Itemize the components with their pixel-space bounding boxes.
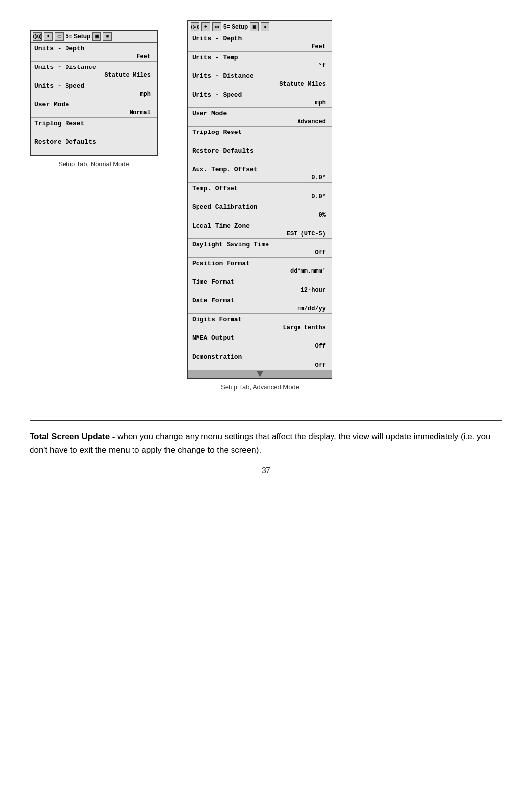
adv-time-format-label: Time Format xyxy=(192,278,328,286)
units-depth-item[interactable]: Units - Depth Feet xyxy=(31,43,157,62)
units-distance-item[interactable]: Units - Distance Statute Miles xyxy=(31,62,157,80)
audio-icon[interactable]: ((a)) xyxy=(33,32,42,41)
adv-triplog-reset-label: Triplog Reset xyxy=(192,129,328,136)
adv-speed-calibration-value: 0% xyxy=(192,212,328,219)
adv-date-format-value: mm/dd/yy xyxy=(192,305,328,312)
adv-units-speed-label: Units - Speed xyxy=(192,91,328,99)
map-icon-adv[interactable]: ▭ xyxy=(212,22,221,31)
screen-title: 5= Setup xyxy=(66,33,90,40)
adv-temp-offset-value: 0.0° xyxy=(192,193,328,200)
photo-icon[interactable]: ▣ xyxy=(92,32,101,41)
adv-time-format-value: 12-hour xyxy=(192,287,328,294)
adv-demonstration-item[interactable]: Demonstration Off xyxy=(188,351,332,370)
adv-position-format-item[interactable]: Position Format dd°mm.mmm' xyxy=(188,258,332,276)
user-mode-value: Normal xyxy=(34,109,153,116)
adv-local-time-zone-label: Local Time Zone xyxy=(192,222,328,230)
adv-digits-format-value: Large tenths xyxy=(192,324,328,331)
units-depth-value: Feet xyxy=(34,53,153,60)
units-speed-value: mph xyxy=(34,91,153,98)
adv-units-depth-label: Units - Depth xyxy=(192,35,328,42)
triplog-reset-item[interactable]: Triplog Reset xyxy=(31,118,157,136)
adv-units-depth-item[interactable]: Units - Depth Feet xyxy=(188,33,332,52)
adv-units-speed-value: mph xyxy=(192,100,328,106)
triplog-reset-label: Triplog Reset xyxy=(34,120,153,127)
adv-local-time-zone-value: EST (UTC-5) xyxy=(192,231,328,237)
description-text: Total Screen Update - when you change an… xyxy=(30,430,502,457)
adv-speed-calibration-label: Speed Calibration xyxy=(192,203,328,211)
advanced-screen-titlebar: ((a)) ✦ ▭ 5= Setup ▣ ■ xyxy=(188,21,332,33)
normal-mode-caption: Setup Tab, Normal Mode xyxy=(58,160,129,167)
restore-defaults-label: Restore Defaults xyxy=(34,138,153,146)
map-icon[interactable]: ▭ xyxy=(55,32,64,41)
adv-units-distance-item[interactable]: Units - Distance Statute Miles xyxy=(188,70,332,89)
adv-position-format-label: Position Format xyxy=(192,260,328,267)
adv-position-format-value: dd°mm.mmm' xyxy=(192,268,328,275)
power-icon-adv[interactable]: ■ xyxy=(261,22,269,31)
page: ((a)) ✦ ▭ 5= Setup ▣ ■ Units - Depth Fee… xyxy=(0,0,532,798)
adv-daylight-saving-label: Daylight Saving Time xyxy=(192,241,328,248)
adv-user-mode-value: Advanced xyxy=(192,118,328,125)
crosshair-icon[interactable]: ✦ xyxy=(44,32,53,41)
normal-mode-screen: ((a)) ✦ ▭ 5= Setup ▣ ■ Units - Depth Fee… xyxy=(30,30,158,156)
adv-daylight-saving-item[interactable]: Daylight Saving Time Off xyxy=(188,239,332,258)
adv-digits-format-label: Digits Format xyxy=(192,316,328,323)
adv-units-speed-item[interactable]: Units - Speed mph xyxy=(188,89,332,108)
advanced-mode-caption: Setup Tab, Advanced Mode xyxy=(221,383,299,391)
adv-time-format-item[interactable]: Time Format 12-hour xyxy=(188,276,332,295)
adv-restore-defaults-item[interactable]: Restore Defaults xyxy=(188,145,332,164)
units-speed-label: Units - Speed xyxy=(34,82,153,90)
adv-demonstration-label: Demonstration xyxy=(192,353,328,361)
user-mode-item[interactable]: User Mode Normal xyxy=(31,99,157,118)
adv-aux-temp-offset-label: Aux. Temp. Offset xyxy=(192,166,328,173)
adv-units-temp-value: °f xyxy=(192,62,328,69)
normal-screen-titlebar: ((a)) ✦ ▭ 5= Setup ▣ ■ xyxy=(31,31,157,43)
adv-local-time-zone-item[interactable]: Local Time Zone EST (UTC-5) xyxy=(188,220,332,239)
audio-icon-adv[interactable]: ((a)) xyxy=(191,22,200,31)
right-panel: ((a)) ✦ ▭ 5= Setup ▣ ■ Units - Depth Fee… xyxy=(187,20,332,391)
adv-nmea-output-label: NMEA Output xyxy=(192,334,328,342)
adv-restore-defaults-label: Restore Defaults xyxy=(192,147,328,155)
power-icon[interactable]: ■ xyxy=(103,32,112,41)
photo-icon-adv[interactable]: ▣ xyxy=(250,22,259,31)
adv-nmea-output-value: Off xyxy=(192,343,328,350)
adv-nmea-output-item[interactable]: NMEA Output Off xyxy=(188,332,332,351)
advanced-mode-screen: ((a)) ✦ ▭ 5= Setup ▣ ■ Units - Depth Fee… xyxy=(187,20,332,379)
page-number: 37 xyxy=(30,466,502,475)
adv-temp-offset-item[interactable]: Temp. Offset 0.0° xyxy=(188,183,332,201)
adv-units-distance-value: Statute Miles xyxy=(192,81,328,88)
adv-digits-format-item[interactable]: Digits Format Large tenths xyxy=(188,314,332,332)
normal-menu-items: Units - Depth Feet Units - Distance Stat… xyxy=(31,43,157,155)
adv-date-format-label: Date Format xyxy=(192,297,328,304)
units-distance-value: Statute Miles xyxy=(34,72,153,79)
units-speed-item[interactable]: Units - Speed mph xyxy=(31,80,157,99)
adv-units-temp-item[interactable]: Units - Temp °f xyxy=(188,52,332,70)
adv-demonstration-value: Off xyxy=(192,362,328,369)
adv-aux-temp-offset-value: 0.0° xyxy=(192,174,328,181)
left-panel: ((a)) ✦ ▭ 5= Setup ▣ ■ Units - Depth Fee… xyxy=(30,30,158,167)
adv-daylight-saving-value: Off xyxy=(192,249,328,256)
adv-date-format-item[interactable]: Date Format mm/dd/yy xyxy=(188,295,332,314)
adv-units-temp-label: Units - Temp xyxy=(192,54,328,61)
content-area: ((a)) ✦ ▭ 5= Setup ▣ ■ Units - Depth Fee… xyxy=(30,20,502,391)
user-mode-label: User Mode xyxy=(34,101,153,108)
adv-speed-calibration-item[interactable]: Speed Calibration 0% xyxy=(188,201,332,220)
scroll-indicator[interactable] xyxy=(188,370,332,378)
description-bold: Total Screen Update - xyxy=(30,432,115,441)
description-area: Total Screen Update - when you change an… xyxy=(30,420,502,457)
scroll-arrow-icon xyxy=(257,371,263,377)
adv-aux-temp-offset-item[interactable]: Aux. Temp. Offset 0.0° xyxy=(188,164,332,183)
advanced-menu-items: Units - Depth Feet Units - Temp °f Units… xyxy=(188,33,332,370)
adv-user-mode-item[interactable]: User Mode Advanced xyxy=(188,108,332,127)
restore-defaults-item[interactable]: Restore Defaults xyxy=(31,136,157,155)
crosshair-icon-adv[interactable]: ✦ xyxy=(201,22,210,31)
units-distance-label: Units - Distance xyxy=(34,64,153,71)
units-depth-label: Units - Depth xyxy=(34,45,153,52)
adv-units-depth-value: Feet xyxy=(192,43,328,50)
adv-temp-offset-label: Temp. Offset xyxy=(192,185,328,192)
adv-user-mode-label: User Mode xyxy=(192,110,328,117)
advanced-screen-title: 5= Setup xyxy=(223,23,248,30)
adv-triplog-reset-item[interactable]: Triplog Reset xyxy=(188,127,332,145)
adv-units-distance-label: Units - Distance xyxy=(192,72,328,80)
